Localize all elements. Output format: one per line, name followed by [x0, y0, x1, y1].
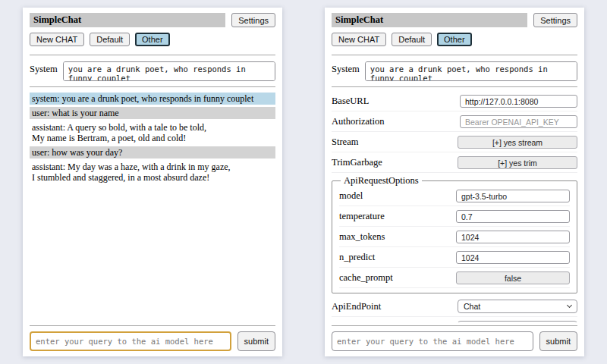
setting-row-apiendpoint: ApiEndPointChat [332, 297, 577, 317]
setting-row-model: model [339, 187, 570, 206]
panel-heading: SimpleChat Settings [332, 13, 577, 27]
setting-row-temperature: temperature [339, 208, 570, 227]
query-input[interactable] [332, 331, 533, 351]
setting-authorization-input[interactable] [460, 115, 577, 128]
settings-main: BaseURLAuthorizationStream[+] yes stream… [332, 93, 577, 322]
setting-label: cache_prompt [339, 272, 393, 284]
setting-label: max_tokens [339, 231, 385, 243]
system-label: System [332, 61, 360, 81]
panel-heading: SimpleChat Settings [30, 13, 275, 27]
chat-panel: SimpleChat Settings New CHAT Default Oth… [23, 8, 282, 356]
api-request-options-fieldset: ApiRequestOptions modeltemperaturemax_to… [332, 175, 577, 293]
settings-button[interactable]: Settings [533, 13, 577, 27]
divider [332, 86, 577, 87]
chat-message-assistant: assistant: A query so bold, with a tale … [30, 121, 275, 144]
setting-row-stream: Stream[+] yes stream [332, 133, 577, 152]
submit-button[interactable]: submit [539, 331, 577, 351]
setting-trimgarbage-button[interactable]: [+] yes trim [458, 156, 577, 169]
settings-bottom: ApiEndPointChatChatHistoryInCtxtLast1Com… [332, 297, 577, 322]
setting-row-baseurl: BaseURL [332, 93, 577, 111]
settings-panel: SimpleChat Settings New CHAT Default Oth… [325, 8, 584, 356]
setting-label: ApiEndPoint [332, 301, 381, 312]
setting-apiendpoint-select[interactable]: Chat [458, 300, 577, 313]
setting-row-max_tokens: max_tokens [339, 228, 570, 247]
query-input[interactable] [30, 331, 231, 351]
app-title: SimpleChat [332, 13, 527, 27]
chevron-down-icon [567, 303, 572, 308]
session-other-button[interactable]: Other [135, 33, 170, 46]
system-prompt-textarea[interactable] [63, 61, 275, 81]
session-new-chat-button[interactable]: New CHAT [30, 33, 84, 46]
setting-baseurl-input[interactable] [460, 95, 577, 108]
system-prompt-textarea[interactable] [365, 61, 577, 81]
app-title: SimpleChat [30, 13, 225, 27]
divider [332, 55, 577, 55]
system-label: System [30, 61, 58, 81]
setting-n_predict-input[interactable] [456, 251, 570, 264]
setting-temperature-input[interactable] [456, 210, 570, 223]
chat-message-user: user: how was your day? [30, 146, 275, 158]
setting-model-input[interactable] [456, 190, 570, 202]
setting-max_tokens-input[interactable] [456, 231, 570, 243]
divider [30, 325, 275, 326]
setting-label: TrimGarbage [332, 157, 382, 168]
divider [30, 86, 275, 87]
api-request-options-legend: ApiRequestOptions [341, 175, 422, 187]
chat-messages: system: you are a drunk poet, who respon… [30, 93, 275, 322]
settings-api-request-options: modeltemperaturemax_tokensn_predictcache… [339, 187, 570, 288]
setting-stream-button[interactable]: [+] yes stream [458, 136, 577, 149]
chat-message-system: system: you are a drunk poet, who respon… [30, 93, 275, 105]
submit-button[interactable]: submit [237, 331, 275, 351]
setting-cache_prompt-button[interactable]: false [456, 271, 570, 284]
setting-label: model [339, 190, 363, 202]
session-other-button[interactable]: Other [437, 33, 472, 46]
chat-message-user: user: what is your name [30, 107, 275, 119]
chat-message-assistant: assistant: My day was a haze, with a dri… [30, 161, 275, 184]
setting-row-trimgarbage: TrimGarbage[+] yes trim [332, 154, 577, 173]
setting-label: temperature [339, 211, 385, 222]
session-buttons: New CHAT Default Other [30, 33, 275, 46]
session-default-button[interactable]: Default [90, 33, 130, 46]
setting-row-authorization: Authorization [332, 113, 577, 132]
divider [30, 55, 275, 55]
chat-footer: submit [332, 322, 577, 351]
session-new-chat-button[interactable]: New CHAT [332, 33, 386, 46]
settings-top: BaseURLAuthorizationStream[+] yes stream… [332, 93, 577, 173]
setting-row-cache_prompt: cache_promptfalse [339, 269, 570, 288]
session-default-button[interactable]: Default [392, 33, 432, 46]
setting-label: Authorization [332, 116, 384, 127]
system-prompt-row: System [30, 61, 275, 81]
setting-label: BaseURL [332, 96, 369, 107]
system-prompt-row: System [332, 61, 577, 81]
setting-label: n_predict [339, 252, 375, 263]
select-value: Chat [464, 302, 480, 311]
chat-footer: submit [30, 322, 275, 351]
setting-row-n_predict: n_predict [339, 249, 570, 268]
settings-button[interactable]: Settings [231, 13, 275, 27]
session-buttons: New CHAT Default Other [332, 33, 577, 46]
divider [332, 325, 577, 326]
setting-label: Stream [332, 136, 358, 148]
